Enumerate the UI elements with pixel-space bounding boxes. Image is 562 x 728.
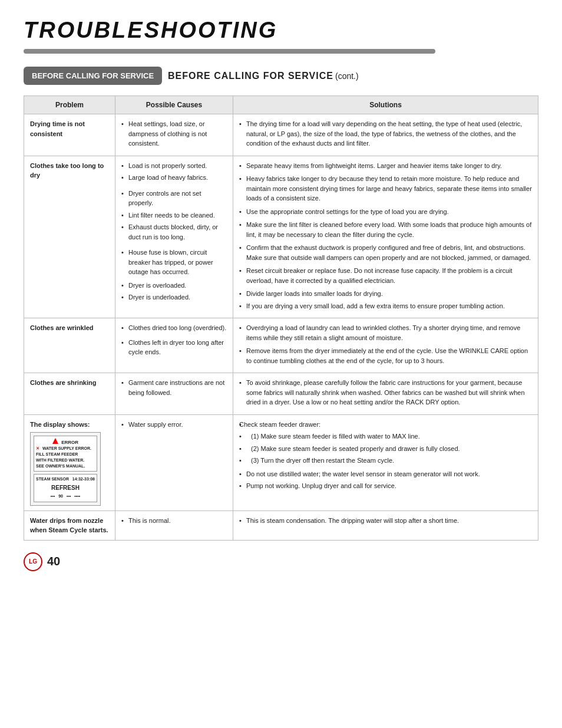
list-item: This is steam condensation. The dripping…	[239, 516, 532, 526]
causes-cell: Heat settings, load size, or dampness of…	[115, 114, 233, 156]
section-title: BEFORE CALLING FOR SERVICE (cont.)	[168, 71, 359, 81]
solutions-cell: Separate heavy items from lightweight it…	[233, 156, 538, 318]
list-item: Do not use distilled water; the water le…	[239, 469, 532, 479]
list-item: Clothes left in dryer too long after cyc…	[121, 338, 227, 357]
problem-cell: The display shows: ERROR ✕ WATER SUPPLY …	[24, 414, 115, 510]
table-header: Problem Possible Causes Solutions	[24, 96, 538, 114]
list-item: Heat settings, load size, or dampness of…	[121, 119, 227, 149]
col-header-problem: Problem	[24, 96, 115, 114]
list-item: To avoid shrinkage, please carefully fol…	[239, 378, 532, 407]
list-item: Clothes dried too long (overdried).	[121, 323, 227, 333]
display-image: ERROR ✕ WATER SUPPLY ERROR. FILL STEAM F…	[30, 432, 101, 506]
causes-cell: Load is not properly sorted. Large load …	[115, 156, 233, 318]
lg-logo: LG	[24, 552, 42, 571]
causes-cell: Clothes dried too long (overdried). Clot…	[115, 318, 233, 373]
section-label-box: BEFORE CALLING FOR SERVICE	[24, 67, 162, 85]
list-item: Separate heavy items from lightweight it…	[239, 161, 532, 171]
section-header: BEFORE CALLING FOR SERVICE BEFORE CALLIN…	[24, 67, 538, 85]
list-item: This is normal.	[121, 516, 227, 526]
list-item: Dryer is underloaded.	[121, 292, 227, 302]
list-item: Dryer controls are not set properly.	[121, 189, 227, 208]
solutions-cell: Check steam feeder drawer: (1) Make sure…	[233, 414, 538, 510]
causes-cell: This is normal.	[115, 510, 233, 540]
list-item: Reset circuit breaker or replace fuse. D…	[239, 266, 532, 285]
solutions-cell: The drying time for a load will vary dep…	[233, 114, 538, 156]
table-row: The display shows: ERROR ✕ WATER SUPPLY …	[24, 414, 538, 510]
list-item: (3) Turn the dryer off then restart the …	[239, 456, 532, 466]
title-divider	[24, 49, 435, 54]
solutions-cell: Overdrying a load of laundry can lead to…	[233, 318, 538, 373]
list-item: Confirm that the exhaust ductwork is pro…	[239, 243, 532, 262]
table-row: Clothes are shrinking Garment care instr…	[24, 373, 538, 415]
list-item: Make sure the lint filter is cleaned bef…	[239, 220, 532, 239]
problem-cell: Clothes are wrinkled	[24, 318, 115, 373]
list-item: Water supply error.	[121, 420, 227, 430]
list-item: Lint filter needs to be cleaned.	[121, 210, 227, 220]
page-number: 40	[47, 555, 60, 568]
problem-cell: Drying time is not consistent	[24, 114, 115, 156]
list-item: Check steam feeder drawer:	[239, 420, 532, 430]
x-icon: ✕	[36, 446, 39, 450]
error-triangle-icon	[52, 438, 58, 444]
list-item: Pump not working. Unplug dryer and call …	[239, 481, 532, 491]
list-item: If you are drying a very small load, add…	[239, 301, 532, 311]
problem-cell: Clothes take too long to dry	[24, 156, 115, 318]
list-item: Divide larger loads into smaller loads f…	[239, 289, 532, 299]
footer: LG 40	[24, 552, 538, 571]
list-item: Use the appropriate control settings for…	[239, 207, 532, 217]
table-row: Clothes take too long to dry Load is not…	[24, 156, 538, 318]
list-item: Remove items from the dryer immediately …	[239, 346, 532, 365]
table-row: Water drips from nozzle when Steam Cycle…	[24, 510, 538, 540]
col-header-causes: Possible Causes	[115, 96, 233, 114]
list-item: The drying time for a load will vary dep…	[239, 119, 532, 149]
problem-cell: Clothes are shrinking	[24, 373, 115, 415]
table-row: Drying time is not consistent Heat setti…	[24, 114, 538, 156]
list-item: House fuse is blown, circuit breaker has…	[121, 248, 227, 277]
list-item: Exhaust ducts blocked, dirty, or duct ru…	[121, 222, 227, 242]
troubleshooting-table: Problem Possible Causes Solutions Drying…	[24, 95, 538, 541]
list-item: Garment care instructions are not being …	[121, 378, 227, 397]
list-item: Overdrying a load of laundry can lead to…	[239, 323, 532, 342]
list-item: Heavy fabrics take longer to dry because…	[239, 174, 532, 203]
list-item: (2) Make sure steam feeder is seated pro…	[239, 444, 532, 454]
causes-cell: Garment care instructions are not being …	[115, 373, 233, 415]
error-box: ERROR ✕ WATER SUPPLY ERROR. FILL STEAM F…	[34, 436, 97, 472]
table-body: Drying time is not consistent Heat setti…	[24, 114, 538, 541]
col-header-solutions: Solutions	[233, 96, 538, 114]
solutions-cell: This is steam condensation. The dripping…	[233, 510, 538, 540]
problem-cell: Water drips from nozzle when Steam Cycle…	[24, 510, 115, 540]
table-row: Clothes are wrinkled Clothes dried too l…	[24, 318, 538, 373]
refresh-box: STEAM SENSOR 14:32-33:08 REFRESH ••• 90 …	[34, 474, 97, 502]
list-item: Large load of heavy fabrics.	[121, 173, 227, 183]
solutions-cell: To avoid shrinkage, please carefully fol…	[233, 373, 538, 415]
list-item: Load is not properly sorted.	[121, 161, 227, 171]
page-title: TROUBLESHOOTING	[24, 18, 538, 43]
list-item: Dryer is overloaded.	[121, 281, 227, 291]
causes-cell: Water supply error.	[115, 414, 233, 510]
list-item: (1) Make sure steam feeder is filled wit…	[239, 431, 532, 442]
